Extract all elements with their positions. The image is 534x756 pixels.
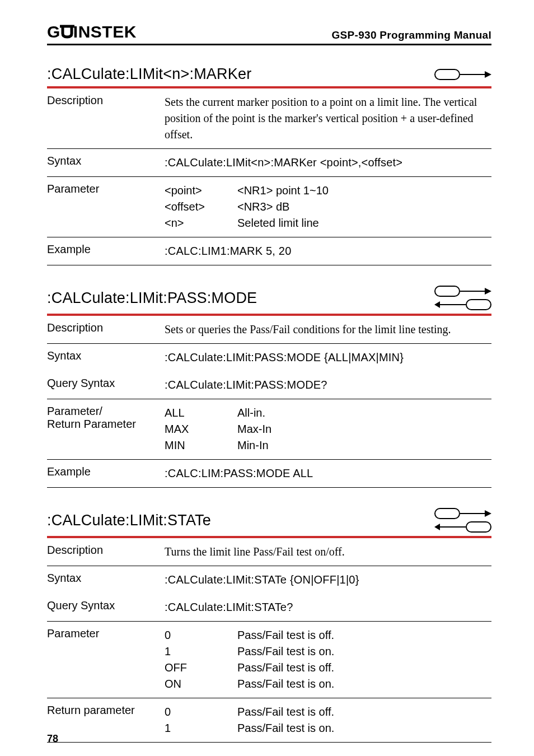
set-icon — [434, 69, 491, 80]
set-icon — [434, 508, 491, 519]
param-value: Pass/Fail test is off. — [237, 704, 491, 720]
definition-row: Parameter/Return Parameter ALLAll-in.MAX… — [47, 399, 491, 459]
param-key: 0 — [165, 704, 237, 720]
row-value: Sets or queries the Pass/Fail conditions… — [165, 321, 491, 338]
row-value: :CALC:LIM:PASS:MODE ALL — [165, 465, 491, 482]
definition-row: Return parameter 0Pass/Fail test is off.… — [47, 698, 491, 742]
row-value: :CALC:LIM1:MARK 5, 20 — [165, 243, 491, 259]
set-icon — [434, 286, 491, 297]
definition-row: Parameter 0Pass/Fail test is off.1Pass/F… — [47, 622, 491, 698]
row-label: Parameter — [47, 627, 165, 692]
query-icon — [434, 521, 491, 533]
row-content: ALLAll-in.MAXMax-InMINMin-In — [165, 405, 491, 454]
command-section: :CALCulate:LIMit:PASS:MODE Description S… — [47, 286, 491, 488]
param-key: 1 — [165, 720, 237, 736]
query-icon — [434, 299, 491, 310]
row-label: Query Syntax — [47, 377, 165, 393]
row-label: Description — [47, 544, 165, 560]
param-key: <offset> — [165, 199, 237, 215]
param-value: Pass/Fail test is on. — [237, 676, 491, 692]
row-value: :CALCulate:LIMit:PASS:MODE {ALL|MAX|MIN} — [165, 349, 491, 366]
param-key: OFF — [165, 660, 237, 676]
param-key: <n> — [165, 215, 237, 231]
row-label: Description — [47, 94, 165, 143]
svg-marker-2 — [485, 71, 491, 78]
section-title: :CALCulate:LIMit:STATe — [47, 512, 211, 529]
definition-row: Description Turns the limit line Pass/Fa… — [47, 538, 491, 566]
param-value: Pass/Fail test is off. — [237, 660, 491, 676]
row-content: :CALCulate:LIMit:STATe? — [165, 599, 491, 615]
param-key: 1 — [165, 643, 237, 660]
definition-row: Example :CALC:LIM1:MARK 5, 20 — [47, 237, 491, 265]
definition-row: Query Syntax :CALCulate:LIMit:PASS:MODE? — [47, 371, 491, 399]
param-key: MIN — [165, 437, 237, 454]
section-title: :CALCulate:LIMit<n>:MARKer — [47, 66, 251, 83]
row-label: Syntax — [47, 349, 165, 366]
row-content: 0Pass/Fail test is off.1Pass/Fail test i… — [165, 627, 491, 692]
row-value: Turns the limit line Pass/Fail test on/o… — [165, 544, 491, 560]
manual-title: GSP-930 Programming Manual — [332, 29, 491, 41]
row-content: Sets the current marker position to a po… — [165, 94, 491, 143]
definition-row: Parameter <point><NR1> point 1~10<offset… — [47, 177, 491, 237]
row-content: :CALC:LIM:PASS:MODE ALL — [165, 465, 491, 482]
definition-row: Syntax :CALCulate:LIMit:PASS:MODE {ALL|M… — [47, 344, 491, 371]
row-content: :CALCulate:LIMit:PASS:MODE {ALL|MAX|MIN} — [165, 349, 491, 366]
param-value: Seleted limit line — [237, 215, 491, 231]
row-label: Example — [47, 465, 165, 482]
section-title: :CALCulate:LIMit:PASS:MODE — [47, 290, 257, 307]
command-section: :CALCulate:LIMit:STATe Description Turns… — [47, 508, 491, 743]
row-content: :CALCulate:LIMit<n>:MARKer <point>,<offs… — [165, 155, 491, 171]
param-key: <point> — [165, 183, 237, 199]
svg-marker-6 — [434, 301, 440, 308]
param-value: Pass/Fail test is on. — [237, 720, 491, 736]
definition-row: Syntax :CALCulate:LIMit<n>:MARKer <point… — [47, 149, 491, 176]
row-value: :CALCulate:LIMit:STATe? — [165, 599, 491, 615]
definition-row: Syntax :CALCulate:LIMit:STATe {ON|OFF|1|… — [47, 566, 491, 594]
parameter-grid: 0Pass/Fail test is off.1Pass/Fail test i… — [165, 627, 491, 692]
row-label: Syntax — [47, 155, 165, 171]
param-key: MAX — [165, 421, 237, 437]
row-value: :CALCulate:LIMit:PASS:MODE? — [165, 377, 491, 393]
page-number: 78 — [47, 733, 58, 745]
param-value: Min-In — [237, 437, 491, 454]
parameter-grid: <point><NR1> point 1~10<offset><NR3> dB<… — [165, 183, 491, 231]
svg-marker-8 — [485, 510, 491, 517]
row-label: Syntax — [47, 572, 165, 588]
param-value: Max-In — [237, 421, 491, 437]
row-label: Parameter/Return Parameter — [47, 405, 165, 454]
param-key: ON — [165, 676, 237, 692]
definition-row: Description Sets or queries the Pass/Fai… — [47, 316, 491, 343]
row-content: <point><NR1> point 1~10<offset><NR3> dB<… — [165, 183, 491, 231]
param-value: <NR1> point 1~10 — [237, 183, 491, 199]
row-label: Example — [47, 243, 165, 259]
param-value: <NR3> dB — [237, 199, 491, 215]
svg-marker-4 — [485, 288, 491, 295]
param-value: All-in. — [237, 405, 491, 421]
row-value: :CALCulate:LIMit<n>:MARKer <point>,<offs… — [165, 155, 491, 171]
row-content: Sets or queries the Pass/Fail conditions… — [165, 321, 491, 338]
row-content: :CALC:LIM1:MARK 5, 20 — [165, 243, 491, 259]
param-value: Pass/Fail test is on. — [237, 643, 491, 660]
row-label: Query Syntax — [47, 599, 165, 615]
param-key: 0 — [165, 627, 237, 643]
definition-row: Example :CALC:LIM:PASS:MODE ALL — [47, 460, 491, 487]
command-section: :CALCulate:LIMit<n>:MARKer Description S… — [47, 66, 491, 265]
page-header: G INSTEK GSP-930 Programming Manual — [47, 22, 491, 45]
definition-row: Query Syntax :CALCulate:LIMit:STATe? — [47, 594, 491, 621]
row-content: :CALCulate:LIMit:PASS:MODE? — [165, 377, 491, 393]
parameter-grid: 0Pass/Fail test is off.1Pass/Fail test i… — [165, 704, 491, 736]
definition-row: Description Sets the current marker posi… — [47, 88, 491, 148]
row-content: :CALCulate:LIMit:STATe {ON|OFF|1|0} — [165, 572, 491, 588]
param-value: Pass/Fail test is off. — [237, 627, 491, 643]
row-content: Turns the limit line Pass/Fail test on/o… — [165, 544, 491, 560]
row-label: Description — [47, 321, 165, 338]
row-value: :CALCulate:LIMit:STATe {ON|OFF|1|0} — [165, 572, 491, 588]
row-content: 0Pass/Fail test is off.1Pass/Fail test i… — [165, 704, 491, 736]
brand-logo: G INSTEK — [47, 22, 137, 41]
row-value: Sets the current marker position to a po… — [165, 94, 491, 143]
row-label: Return parameter — [47, 704, 165, 736]
param-key: ALL — [165, 405, 237, 421]
row-label: Parameter — [47, 183, 165, 231]
svg-marker-10 — [434, 524, 440, 530]
parameter-grid: ALLAll-in.MAXMax-InMINMin-In — [165, 405, 491, 454]
